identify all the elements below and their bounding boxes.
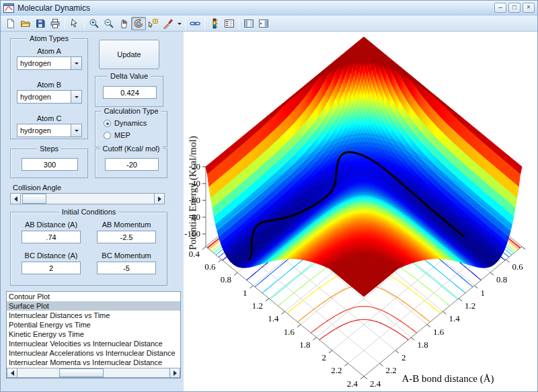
bc-distance-input[interactable]	[22, 262, 81, 274]
radio-dynamics-label: Dynamics	[114, 119, 147, 127]
zoom-out-button[interactable]	[102, 17, 116, 30]
atom-b-label: Atom B	[11, 81, 87, 89]
surface-plot-canvas[interactable]	[184, 32, 538, 392]
radio-selected-icon	[104, 120, 111, 127]
slider-right-arrow[interactable]	[154, 193, 165, 204]
atom-types-group: Atom Types Atom A hydrogen Atom B hydrog…	[10, 38, 88, 139]
calculation-type-group: Calculation Type Dynamics MEP	[95, 111, 167, 147]
toolbar-separator	[239, 17, 239, 30]
steps-input[interactable]	[22, 158, 78, 171]
ab-momentum-label: AB Momentum	[91, 221, 161, 229]
list-item[interactable]: Contour Plot	[7, 292, 180, 301]
rotate-3d-button[interactable]	[131, 17, 146, 30]
update-button[interactable]: Update	[99, 40, 159, 69]
delta-value-input[interactable]	[103, 86, 157, 99]
print-figure-button[interactable]	[48, 17, 63, 30]
edit-plot-button[interactable]	[67, 17, 82, 30]
toolbar-separator	[65, 17, 65, 30]
data-cursor-button[interactable]	[146, 17, 161, 30]
collision-angle-label: Collision Angle	[13, 184, 61, 192]
cutoff-group: Cutoff (Kcal/ mol)	[95, 149, 167, 178]
x-axis-label: A-B bond distance (Å)	[384, 373, 512, 385]
atom-b-select[interactable]: hydrogen	[17, 90, 82, 104]
open-file-button[interactable]	[18, 17, 33, 30]
new-figure-button[interactable]	[3, 17, 18, 30]
list-item[interactable]: Potential Energy vs Time	[7, 320, 180, 329]
steps-title: Steps	[37, 145, 61, 153]
list-item[interactable]: Internuclear Accelerations vs Internucle…	[7, 348, 180, 358]
toolbar-separator	[84, 17, 85, 30]
slider-left-arrow[interactable]	[10, 193, 21, 204]
brush-data-button[interactable]	[161, 17, 176, 30]
initial-conditions-title: Initial Conditions	[59, 208, 119, 216]
control-panel: Atom Types Atom A hydrogen Atom B hydrog…	[1, 32, 184, 391]
ab-distance-input[interactable]	[22, 231, 81, 243]
dropdown-arrow-icon[interactable]	[71, 91, 81, 103]
save-figure-button[interactable]	[33, 17, 48, 30]
list-item-selected[interactable]: Surface Plot	[7, 301, 180, 311]
dropdown-arrow-icon[interactable]	[71, 124, 81, 136]
hscroll-right-arrow[interactable]	[169, 368, 180, 378]
collision-angle-slider[interactable]	[10, 193, 165, 204]
calculation-type-title: Calculation Type	[101, 107, 161, 115]
axes-area: A-B bond distance (Å) Potential Energy (…	[184, 32, 538, 392]
listbox-hscrollbar[interactable]	[7, 368, 180, 378]
hscroll-thumb[interactable]	[59, 368, 104, 377]
dropdown-arrow-icon[interactable]	[71, 57, 81, 69]
hide-plot-tools-button[interactable]	[241, 17, 256, 30]
z-axis-label: Potential Energy (Kcal/mol)	[188, 136, 199, 250]
bc-momentum-label: BC Momentum	[91, 251, 161, 260]
toolbar-separator	[185, 17, 186, 30]
toolbar-separator	[204, 17, 205, 30]
atom-types-title: Atom Types	[27, 34, 71, 42]
close-button[interactable]: ×	[523, 3, 535, 13]
cutoff-title: Cutoff (Kcal/ mol)	[100, 145, 163, 153]
plot-type-listbox[interactable]: Contour Plot Surface Plot Internuclear D…	[6, 291, 181, 379]
atom-a-value: hydrogen	[17, 57, 71, 69]
list-item[interactable]: Kinetic Energy vs Time	[7, 329, 180, 339]
initial-conditions-group: Initial Conditions AB Distance (A) AB Mo…	[10, 212, 167, 286]
app-icon	[3, 3, 14, 13]
radio-dynamics[interactable]: Dynamics	[104, 118, 147, 127]
app-window: Molecular Dynamics – □ × Atom Types Atom…	[0, 0, 538, 392]
ab-distance-label: AB Distance (A)	[16, 221, 86, 229]
bc-distance-label: BC Distance (A)	[16, 251, 86, 260]
list-item[interactable]: Internuclear Distances vs Time	[7, 311, 180, 320]
atom-a-select[interactable]: hydrogen	[17, 56, 82, 70]
minimize-button[interactable]: –	[494, 3, 506, 13]
bc-momentum-input[interactable]	[97, 262, 156, 274]
list-item[interactable]: Internuclear Velocities vs Internuclear …	[7, 339, 180, 348]
atom-a-label: Atom A	[11, 47, 87, 55]
insert-legend-button[interactable]	[222, 17, 237, 30]
brush-dropdown-arrow-icon[interactable]	[176, 17, 183, 30]
radio-unselected-icon	[104, 132, 111, 139]
radio-mep-label: MEP	[114, 131, 130, 139]
link-plots-button[interactable]	[188, 17, 202, 30]
delta-value-title: Delta Value	[108, 72, 151, 80]
zoom-in-button[interactable]	[87, 17, 102, 30]
slider-thumb[interactable]	[22, 194, 46, 204]
atom-c-label: Atom C	[11, 114, 87, 122]
window-title: Molecular Dynamics	[14, 3, 492, 13]
list-item[interactable]: Internuclear Momenta vs Internuclear Dis…	[7, 358, 180, 367]
radio-mep[interactable]: MEP	[104, 130, 130, 139]
steps-group: Steps	[10, 149, 88, 178]
delta-value-group: Delta Value	[95, 76, 163, 107]
ab-momentum-input[interactable]	[97, 231, 156, 243]
cutoff-input[interactable]	[105, 158, 159, 171]
slider-track[interactable]	[21, 193, 154, 204]
restore-button[interactable]: □	[508, 3, 521, 13]
hscroll-left-arrow[interactable]	[7, 368, 17, 378]
atom-c-value: hydrogen	[17, 124, 71, 136]
show-plot-tools-button[interactable]	[256, 17, 271, 30]
atom-b-value: hydrogen	[17, 91, 71, 103]
pan-button[interactable]	[116, 17, 131, 30]
atom-c-select[interactable]: hydrogen	[17, 124, 82, 137]
titlebar[interactable]: Molecular Dynamics – □ ×	[1, 1, 537, 15]
hscroll-track[interactable]	[17, 368, 169, 378]
insert-colorbar-button[interactable]	[207, 17, 222, 30]
figure-toolbar	[1, 15, 537, 32]
